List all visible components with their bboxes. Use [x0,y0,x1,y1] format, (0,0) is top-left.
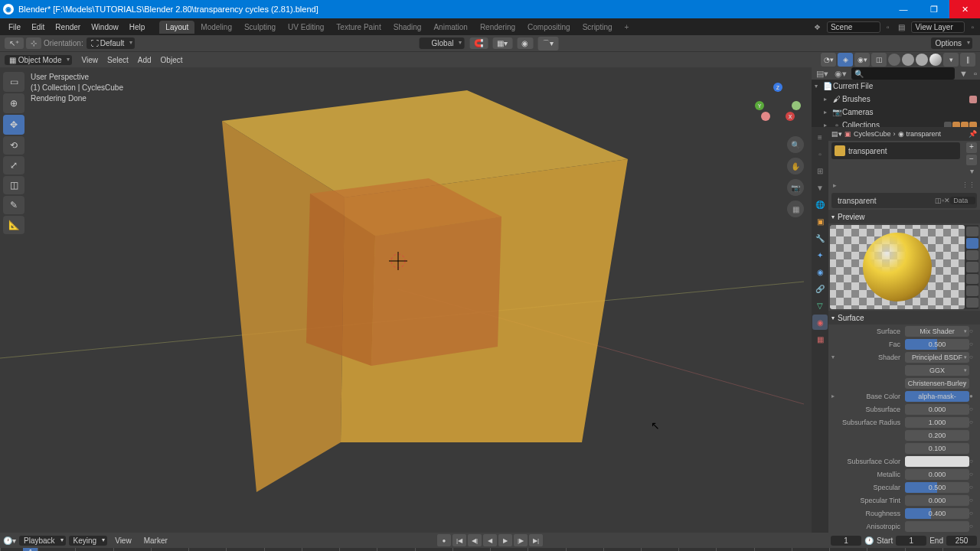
play-reverse-icon[interactable]: ◀ [483,534,497,546]
slot-add-button[interactable]: + [966,142,977,153]
shader-dropdown[interactable]: Principled BSDF [905,352,969,363]
outliner-filter-icon[interactable]: ▼ [958,69,969,78]
tool-cursor[interactable]: ⊕ [3,93,24,113]
mode-dropdown[interactable]: ▦ Object Mode [5,55,72,65]
outliner[interactable]: ▾📄Current File ▸🖌Brushes ▸📷Cameras ▸▫Col… [812,80,980,127]
xray-icon[interactable]: ◫ [871,53,887,67]
menu-window[interactable]: Window [86,23,124,31]
ptab-view[interactable]: ⊞ [812,163,828,178]
timeline-view[interactable]: View [110,536,136,545]
specular-slider[interactable]: 0.500 [905,482,969,493]
overlay-dropdown-icon[interactable]: ◔▾ [821,53,836,67]
camera-icon[interactable]: 📷 [787,179,804,196]
select-tool-icon[interactable]: ⊹ [26,37,41,49]
transform-dropdown[interactable]: Global [420,37,465,49]
tab-scripting[interactable]: Scripting [577,21,619,34]
basecolor-field[interactable]: alpha-mask-backgro... [905,391,969,402]
prev-key-icon[interactable]: ◀| [468,534,482,546]
maximize-button[interactable]: ❐ [919,0,949,18]
pan-icon[interactable]: ✋ [787,158,804,174]
jump-start-icon[interactable]: |◀ [452,534,466,546]
surface-shader-dropdown[interactable]: Mix Shader [905,326,969,337]
tab-animation[interactable]: Animation [427,21,473,34]
timeline-track[interactable]: 1 11020304050607080901001101201301401501… [0,548,980,551]
ptab-constraint[interactable]: 🔗 [812,281,828,296]
fac-slider[interactable]: 0.500 [905,339,969,350]
playback-dropdown[interactable]: Playback [19,536,66,546]
frame-lock-icon[interactable]: 🕐 [864,536,874,545]
properties-body[interactable]: ▤▾▣CyclesCube›◉transparent 📌 transparent… [828,127,980,533]
current-frame[interactable]: 1 [831,536,861,546]
options-dropdown[interactable]: Options [931,37,972,49]
sss-method-dropdown[interactable]: Christensen-Burley [905,378,969,389]
3d-viewport[interactable]: User Perspective (1) Collection | Cycles… [0,67,812,533]
ptab-object[interactable]: ▣ [812,214,828,229]
slot-menu-icon[interactable]: ▾ [966,167,977,178]
material-slot[interactable]: transparent [831,142,960,159]
menu-help[interactable]: Help [124,23,151,31]
tool-measure[interactable]: 📐 [3,216,24,234]
shading-options-icon[interactable]: ▾ [943,53,959,67]
scene-icon[interactable]: ❖ [811,21,824,33]
outliner-search[interactable] [851,67,955,80]
tab-shading[interactable]: Shading [387,21,428,34]
ptab-material[interactable]: ◉ [812,315,828,330]
preview-shaderball-icon[interactable] [966,274,978,284]
preview-cloth-icon[interactable] [966,285,978,295]
preview-hair-icon[interactable] [966,262,978,272]
tab-uv[interactable]: UV Editing [282,21,330,34]
distribution-dropdown[interactable]: GGX [905,365,969,376]
material-browse-icon[interactable]: ◫ [935,197,942,204]
menu-render[interactable]: Render [50,23,86,31]
sscolor-field[interactable] [905,456,969,467]
tool-move[interactable]: ✥ [3,115,24,135]
scene-field[interactable] [827,21,880,33]
jump-end-icon[interactable]: ▶| [529,534,543,546]
aniso-field[interactable] [905,521,969,532]
keying-dropdown[interactable]: Keying [69,536,108,546]
ptab-texture[interactable]: ▦ [812,331,828,347]
end-frame[interactable]: 250 [946,536,977,546]
ptab-particle[interactable]: ✦ [812,247,828,262]
new-layer-icon[interactable]: ▫ [968,21,977,33]
slot-remove-button[interactable]: − [966,155,977,165]
outliner-display-icon[interactable]: ◉▾ [833,69,848,79]
zoom-icon[interactable]: 🔍 [787,136,804,153]
ptab-mesh[interactable]: ▽ [812,298,828,313]
roughness-slider[interactable]: 0.400 [905,508,969,519]
shading-solid-icon[interactable] [902,54,914,66]
3d-menu-view[interactable]: View [77,56,103,64]
ptab-world[interactable]: 🌐 [812,197,828,212]
ptab-modifier[interactable]: 🔧 [812,230,828,246]
tab-compositing[interactable]: Compositing [521,21,577,34]
menu-edit[interactable]: Edit [26,23,50,31]
3d-menu-object[interactable]: Object [156,56,188,64]
tab-layout[interactable]: Layout [159,21,194,34]
nav-gizmo[interactable]: Z Y X [755,83,801,129]
gizmo-icon[interactable]: ◈ [838,53,853,67]
material-link-dropdown[interactable]: Data [950,197,975,204]
proportional-icon[interactable]: ◉ [517,37,533,49]
material-unlink-icon[interactable]: ✕ [944,197,950,204]
ssradius-3[interactable]: 0.100 [905,443,969,454]
layer-icon[interactable]: ▤ [895,21,908,33]
autokey-icon[interactable]: ● [437,534,451,546]
start-frame[interactable]: 1 [896,536,926,546]
ssradius-2[interactable]: 0.200 [905,430,969,441]
new-scene-icon[interactable]: ▫ [884,21,893,33]
subsurface-field[interactable]: 0.000 [905,404,969,415]
tool-transform[interactable]: ◫ [3,176,24,194]
timeline-editor-icon[interactable]: 🕐▾ [3,536,16,545]
slot-nav[interactable]: ▸⋮⋮ [828,179,980,191]
3d-menu-select[interactable]: Select [103,56,133,64]
material-name-field[interactable] [838,197,935,205]
shading-matprev-icon[interactable] [916,54,928,66]
next-key-icon[interactable]: |▶ [514,534,528,546]
layer-field[interactable] [911,21,965,33]
play-icon[interactable]: ▶ [498,534,512,546]
ptab-physics[interactable]: ◉ [812,264,828,279]
snap-icon[interactable]: 🧲 [469,37,488,49]
snap-type-icon[interactable]: ▦▾ [492,37,512,49]
close-button[interactable]: ✕ [949,0,980,18]
ortho-icon[interactable]: ▦ [787,201,804,217]
